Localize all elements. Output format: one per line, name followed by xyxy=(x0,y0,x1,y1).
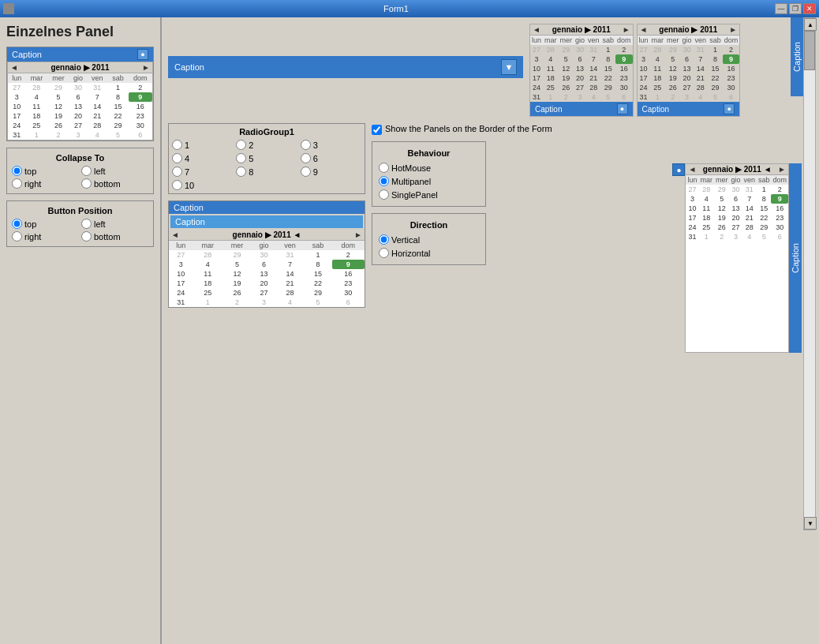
cal-day[interactable]: 8 xyxy=(107,92,128,102)
cal-day[interactable]: 4 xyxy=(193,260,223,269)
cal-prev-br[interactable]: ◄ xyxy=(688,165,696,174)
cal-day[interactable]: 20 xyxy=(681,73,694,83)
cal-day[interactable]: 28 xyxy=(543,45,559,54)
cal-prev-tr1[interactable]: ◄ xyxy=(533,25,540,34)
cal-day[interactable]: 3 xyxy=(681,92,694,102)
cal-day[interactable]: 28 xyxy=(586,83,601,92)
cal-day[interactable]: 28 xyxy=(87,121,107,130)
cal-day[interactable]: 5 xyxy=(223,260,252,269)
cal-day[interactable]: 28 xyxy=(26,83,48,92)
cal-day[interactable]: 6 xyxy=(69,92,88,102)
cal-day[interactable]: 21 xyxy=(742,213,757,223)
cal-day[interactable]: 14 xyxy=(742,204,757,213)
cal-day[interactable]: 14 xyxy=(87,102,107,111)
cal-day[interactable]: 31 xyxy=(8,130,26,140)
cal-day[interactable]: 19 xyxy=(559,73,574,83)
cal-day[interactable]: 6 xyxy=(574,54,586,64)
cal-day[interactable]: 2 xyxy=(332,250,365,260)
cal-day[interactable]: 28 xyxy=(276,288,304,298)
cal-day[interactable]: 30 xyxy=(69,83,88,92)
collapse-right-radio[interactable] xyxy=(12,178,22,189)
cal-day[interactable]: 4 xyxy=(698,194,714,204)
cal-day[interactable]: 23 xyxy=(723,73,740,83)
rg1-radio-9[interactable] xyxy=(301,167,311,177)
cal-day[interactable]: 25 xyxy=(543,83,559,92)
cal-day[interactable]: 27 xyxy=(8,83,26,92)
cal-day[interactable]: 15 xyxy=(107,102,128,111)
cal-day[interactable]: 23 xyxy=(332,279,365,288)
cal-day[interactable]: 14 xyxy=(276,269,304,279)
cal-day[interactable]: 30 xyxy=(129,121,152,130)
cal-day[interactable]: 24 xyxy=(638,83,650,92)
cal-day-today[interactable]: 9 xyxy=(723,54,740,64)
cal-day[interactable]: 23 xyxy=(129,111,152,121)
cal-day[interactable]: 3 xyxy=(69,130,88,140)
cal-day[interactable]: 6 xyxy=(723,92,740,102)
cal-day[interactable]: 3 xyxy=(574,92,586,102)
cal-prev-nested[interactable]: ◄ xyxy=(171,230,179,239)
rg1-radio-10[interactable] xyxy=(172,180,182,190)
cal-day[interactable]: 17 xyxy=(169,279,193,288)
cal-day[interactable]: 2 xyxy=(223,298,252,307)
cal-day[interactable]: 12 xyxy=(665,64,681,73)
collapse-bottom-radio[interactable] xyxy=(81,178,92,189)
cal-day[interactable]: 30 xyxy=(729,185,742,194)
cal-day[interactable]: 30 xyxy=(615,83,633,92)
cal-day[interactable]: 16 xyxy=(615,64,633,73)
cal-day[interactable]: 2 xyxy=(559,92,574,102)
cal-day[interactable]: 23 xyxy=(771,213,788,223)
cal-day[interactable]: 7 xyxy=(276,260,304,269)
cal-day[interactable]: 19 xyxy=(665,73,681,83)
cal-day[interactable]: 27 xyxy=(729,223,742,232)
cal-day[interactable]: 26 xyxy=(559,83,574,92)
cal-day[interactable]: 1 xyxy=(601,45,616,54)
rg1-radio-8[interactable] xyxy=(236,167,246,177)
cal-day[interactable]: 1 xyxy=(26,130,48,140)
cal-day[interactable]: 6 xyxy=(729,194,742,204)
minimize-button[interactable]: — xyxy=(775,3,787,14)
cal-day-today[interactable]: 9 xyxy=(615,54,633,64)
cal-day[interactable]: 22 xyxy=(107,111,128,121)
cal-day[interactable]: 20 xyxy=(252,279,276,288)
cal-day[interactable]: 31 xyxy=(586,45,601,54)
cal-day[interactable]: 31 xyxy=(694,45,709,54)
cal-day[interactable]: 22 xyxy=(708,73,723,83)
cal-day[interactable]: 30 xyxy=(332,288,365,298)
cal-day[interactable]: 28 xyxy=(193,250,223,260)
cal-day[interactable]: 13 xyxy=(574,64,586,73)
cal-day[interactable]: 27 xyxy=(574,83,586,92)
cal-day[interactable]: 19 xyxy=(714,213,730,223)
rg1-radio-2[interactable] xyxy=(236,140,246,150)
cal-day[interactable]: 10 xyxy=(638,64,650,73)
cal-day[interactable]: 2 xyxy=(47,130,69,140)
cal-day[interactable]: 20 xyxy=(69,111,88,121)
cal-day[interactable]: 11 xyxy=(650,64,666,73)
cal-day[interactable]: 3 xyxy=(530,54,543,64)
cal-day[interactable]: 5 xyxy=(559,54,574,64)
cal-day[interactable]: 6 xyxy=(615,92,633,102)
cal-day[interactable]: 16 xyxy=(771,204,788,213)
cal-day[interactable]: 1 xyxy=(757,185,772,194)
cal-day[interactable]: 12 xyxy=(714,204,730,213)
cal-day[interactable]: 1 xyxy=(708,45,723,54)
cal-day[interactable]: 24 xyxy=(169,288,193,298)
cal-day[interactable]: 21 xyxy=(87,111,107,121)
rg1-radio-6[interactable] xyxy=(301,153,311,163)
cal-day[interactable]: 1 xyxy=(543,92,559,102)
cal-day[interactable]: 20 xyxy=(574,73,586,83)
cal-day[interactable]: 4 xyxy=(742,232,757,242)
cal-day[interactable]: 2 xyxy=(771,185,788,194)
cal-day[interactable]: 8 xyxy=(601,54,616,64)
cal-day[interactable]: 29 xyxy=(304,288,331,298)
cal-day[interactable]: 25 xyxy=(650,83,666,92)
close-button[interactable]: ✕ xyxy=(803,3,816,14)
cal-day[interactable]: 29 xyxy=(665,45,681,54)
cal-day[interactable]: 13 xyxy=(729,204,742,213)
cal-day[interactable]: 7 xyxy=(586,54,601,64)
cal-day[interactable]: 27 xyxy=(530,45,543,54)
cal-day[interactable]: 10 xyxy=(169,269,193,279)
cal-day[interactable]: 26 xyxy=(714,223,730,232)
cal-day[interactable]: 31 xyxy=(742,185,757,194)
restore-button[interactable]: ❐ xyxy=(789,3,802,14)
cal-day[interactable]: 12 xyxy=(47,102,69,111)
